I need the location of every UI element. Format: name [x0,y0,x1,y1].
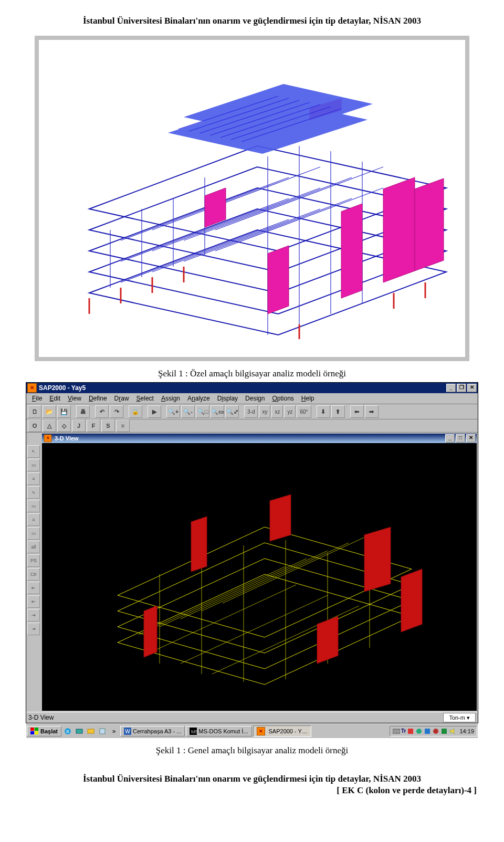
tray-icon-5[interactable] [440,728,448,735]
side-btn-3[interactable]: ≡ [27,472,40,485]
tb2-diamond-icon[interactable]: ◇ [57,419,71,432]
start-button[interactable]: Başlat [27,726,61,736]
toolbar-rot-button[interactable]: 60° [297,405,311,418]
tray-icon-3[interactable] [424,728,431,735]
toolbar-zoom-all-icon[interactable]: 🔍⤢ [225,405,239,418]
figure1-frame [35,36,469,361]
toolbar-open-icon[interactable]: 📂 [43,405,56,418]
menu-draw[interactable]: Draw [111,395,133,402]
taskbar-item-sap[interactable]: ✕ SAP2000 - Y… [253,725,311,737]
side-btn-4[interactable]: ∿ [27,486,40,499]
toolbar-new-icon[interactable]: 🗋 [28,405,41,418]
windows-logo-icon [30,728,39,735]
status-left: 3-D View [28,714,441,721]
view-icon: ✕ [44,435,51,442]
side-ctr-button[interactable]: Ctr [27,568,40,581]
ql-chevron-icon[interactable]: » [109,726,119,736]
svg-rect-56 [442,729,447,734]
toolbar-run-icon[interactable]: ▶ [148,405,161,418]
tray-volume-icon[interactable] [449,728,456,735]
sap-toolbar-1: 🗋 📂 💾 🖶 ↶ ↷ 🔒 ▶ 🔍+ 🔍- 🔍□ 🔍▭ 🔍⤢ 3-d xy xz… [26,404,478,419]
toolbar-left-button[interactable]: ⬅ [350,405,364,418]
toolbar-xy-button[interactable]: xy [259,405,270,418]
toolbar-redo-icon[interactable]: ↷ [110,405,123,418]
svg-line-27 [149,585,296,653]
sap-task-icon: ✕ [257,727,265,735]
status-units-selector[interactable]: Ton-m ▾ [443,713,476,722]
view-maximize-button[interactable]: □ [456,434,465,443]
menu-define[interactable]: Define [85,395,111,402]
side-snap3-icon[interactable]: ⇥ [27,609,40,622]
toolbar-lock-icon[interactable]: 🔒 [129,405,142,418]
tb2-f-button[interactable]: F [87,419,100,432]
taskbar-item-dos[interactable]: MS MS-DOS Komut İ... [186,726,251,736]
toolbar-zoom-win-icon[interactable]: 🔍▭ [211,405,224,418]
tb2-lines-icon[interactable]: ≡ [116,419,130,432]
svg-marker-57 [450,729,454,734]
toolbar-yz-button[interactable]: yz [284,405,296,418]
word-icon: W [124,728,131,735]
toolbar-zoom-sel-icon[interactable]: 🔍□ [196,405,209,418]
svg-line-23 [160,559,307,627]
view-minimize-button[interactable]: _ [445,434,455,443]
svg-text:MS: MS [191,729,197,734]
tb2-circle-icon[interactable]: O [28,419,41,432]
ql-desktop-icon[interactable] [74,726,85,736]
tray-icon-4[interactable] [432,728,439,735]
tb2-triangle-icon[interactable]: △ [43,419,56,432]
tb2-j-button[interactable]: J [72,419,86,432]
side-btn-7[interactable]: ▭ [27,527,40,540]
tray-icon-1[interactable] [407,728,414,735]
side-snap2-icon[interactable]: ⇤ [27,595,40,608]
svg-point-53 [416,729,422,734]
side-select-icon[interactable]: ▭ [27,459,40,471]
menu-analyze[interactable]: Analyze [184,395,214,402]
ql-app1-icon[interactable] [97,726,108,736]
side-all-button[interactable]: all [27,541,40,553]
tb2-s-button[interactable]: S [101,419,115,432]
figure2-caption: Şekil 1 : Genel amaçlı bilgisayar analiz… [25,745,479,756]
toolbar-zoom-in-icon[interactable]: 🔍+ [166,405,180,418]
toolbar-zoom-out-icon[interactable]: 🔍- [181,405,195,418]
side-snap1-icon[interactable]: ⇤ [27,582,40,594]
tray-lang-indicator[interactable]: Tr [401,728,406,734]
sap-3d-canvas[interactable] [42,443,477,711]
side-btn-5[interactable]: ▭ [27,500,40,512]
menu-file[interactable]: File [28,395,46,402]
dos-icon: MS [190,728,197,735]
menu-select[interactable]: Select [133,395,158,402]
close-button[interactable]: ✕ [467,384,477,392]
ql-outlook-icon[interactable] [86,726,96,736]
menu-help[interactable]: Help [298,395,318,402]
restore-button[interactable]: ❐ [457,384,466,392]
toolbar-print-icon[interactable]: 🖶 [76,405,90,418]
tray-icon-2[interactable] [415,728,423,735]
menu-design[interactable]: Design [242,395,268,402]
svg-line-26 [223,535,370,603]
sap2000-window: ✕ SAP2000 - Yay5 _ ❐ ✕ File Edit View De… [26,382,478,723]
menu-options[interactable]: Options [268,395,297,402]
view-close-button[interactable]: ✕ [466,434,476,443]
sap-view-titlebar: ✕ 3-D View _ □ ✕ [42,434,477,443]
toolbar-xz-button[interactable]: xz [271,405,283,418]
menu-display[interactable]: Display [214,395,242,402]
menu-edit[interactable]: Edit [46,395,64,402]
side-snap4-icon[interactable]: ⇥ [27,623,40,635]
toolbar-save-icon[interactable]: 💾 [57,405,71,418]
side-ps-button[interactable]: PS [27,554,40,567]
tray-keyboard-icon[interactable] [393,728,400,735]
toolbar-right-button[interactable]: ➡ [365,405,379,418]
toolbar-down-button[interactable]: ⬇ [317,405,330,418]
svg-marker-41 [317,616,338,664]
toolbar-up-button[interactable]: ⬆ [331,405,345,418]
ql-ie-icon[interactable]: e [62,726,73,736]
side-btn-6[interactable]: ≡ [27,513,40,526]
menu-assign[interactable]: Assign [158,395,184,402]
taskbar-item-word[interactable]: W Cerrahpaşa A3 - ... [120,726,185,736]
sap-app-icon: ✕ [27,383,37,393]
toolbar-3d-button[interactable]: 3-d [244,405,258,418]
side-pointer-icon[interactable]: ↖ [27,445,40,458]
menu-view[interactable]: View [64,395,85,402]
toolbar-undo-icon[interactable]: ↶ [95,405,109,418]
minimize-button[interactable]: _ [446,384,456,392]
